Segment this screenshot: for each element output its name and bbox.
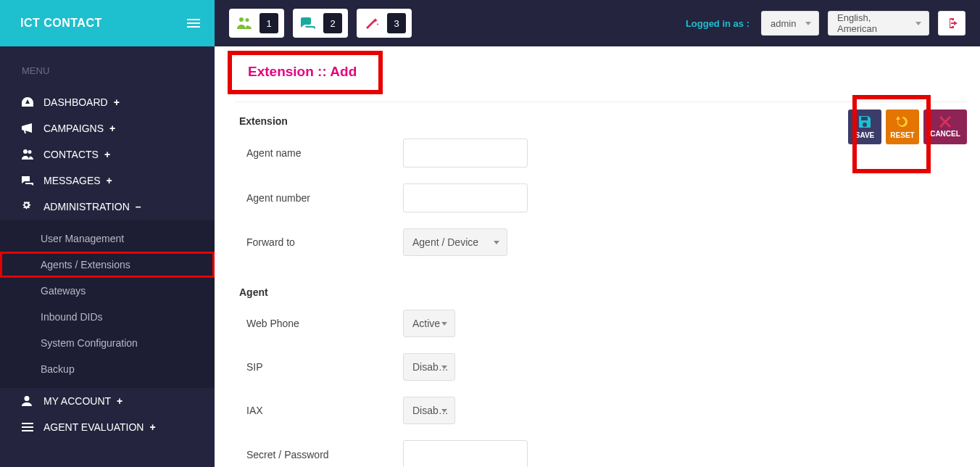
select-value: Agent / Device [412,236,478,248]
logo-bar: ICT CONTACT [0,0,215,46]
sidebar-item-label: CAMPAIGNS [43,123,104,134]
menu-heading: MENU [0,46,215,89]
submenu-gateways[interactable]: Gateways [0,278,215,304]
user-select[interactable]: admin [761,11,819,36]
expand-icon: + [149,421,155,433]
label-agent-number: Agent number [235,192,403,204]
close-icon [939,116,951,128]
expand-icon: + [107,175,112,186]
cancel-button[interactable]: CANCEL [923,109,967,144]
wand-icon [361,13,383,33]
sidebar-item-campaigns[interactable]: CAMPAIGNS + [0,115,215,141]
select-forward-to[interactable]: Agent / Device [403,228,507,256]
button-label: CANCEL [930,130,960,138]
submenu-backup[interactable]: Backup [0,356,215,382]
language-select-value: English, American [837,12,908,34]
sidebar-item-contacts[interactable]: CONTACTS + [0,141,215,168]
page-title-highlight: Extension :: Add [228,51,383,94]
expand-icon: + [104,149,110,160]
sidebar-item-label: CONTACTS [43,149,99,160]
sidebar-item-my-account[interactable]: MY ACCOUNT + [0,388,215,414]
collapse-icon: – [136,201,141,212]
gears-icon [22,202,36,212]
expand-icon: + [114,96,120,108]
label-sip: SIP [235,361,403,373]
stat-count: 1 [259,13,278,33]
button-label: SAVE [855,131,875,139]
label-iax: IAX [235,405,403,416]
user-icon [22,396,36,406]
sidebar-item-label: DASHBOARD [43,96,108,108]
label-web-phone: Web Phone [235,318,403,329]
stat-chats[interactable]: 2 [293,9,348,38]
sidebar-item-administration[interactable]: ADMINISTRATION – [0,194,215,220]
select-value: Disab… [412,405,449,416]
submenu-inbound-dids[interactable]: Inbound DIDs [0,304,215,330]
language-select[interactable]: English, American [828,11,929,36]
topbar: 1 2 3 Logged in as : admin English, Ame [215,0,980,46]
submenu-system-configuration[interactable]: System Configuration [0,330,215,356]
dashboard-icon [22,97,36,107]
brand-name: ICT CONTACT [20,17,102,30]
logout-button[interactable] [938,11,966,36]
label-forward-to: Forward to [235,236,403,248]
label-agent-name: Agent name [235,147,403,159]
sidebar-item-messages[interactable]: MESSAGES + [0,168,215,194]
input-agent-number[interactable] [403,183,528,212]
expand-icon: + [117,395,122,407]
save-icon [858,115,872,129]
logged-in-label: Logged in as : [686,18,749,29]
users-icon [233,13,255,33]
sidebar-item-agent-evaluation[interactable]: AGENT EVALUATION + [0,414,215,440]
user-select-value: admin [771,18,796,29]
input-agent-name[interactable] [403,139,528,168]
expand-icon: + [109,123,115,134]
stat-agents[interactable]: 1 [229,9,284,38]
chat-icon [297,13,319,33]
users-icon [22,149,36,160]
label-secret: Secret / Password [235,449,403,460]
messages-icon [22,175,36,186]
action-buttons: SAVE RESET CANCEL [848,109,967,144]
administration-submenu: User Management Agents / Extensions Gate… [0,220,215,388]
stat-magic[interactable]: 3 [357,9,412,38]
select-value: Active [412,318,440,329]
save-button[interactable]: SAVE [848,109,881,144]
content: Extension :: Add SAVE RESET CANCEL [215,46,980,467]
sidebar-item-label: AGENT EVALUATION [43,421,144,433]
page-title: Extension :: Add [248,64,357,80]
sidebar-item-dashboard[interactable]: DASHBOARD + [0,89,215,115]
input-secret[interactable] [403,440,528,467]
form-card: SAVE RESET CANCEL Extension Agent name [235,102,967,467]
stat-count: 3 [387,13,406,33]
reset-button[interactable]: RESET [886,109,919,144]
submenu-user-management[interactable]: User Management [0,226,215,252]
select-web-phone[interactable]: Active [403,310,455,337]
hamburger-icon[interactable] [187,19,200,28]
select-value: Disab… [412,361,449,373]
button-label: RESET [890,131,914,139]
section-agent: Agent [239,286,967,298]
select-sip[interactable]: Disab… [403,353,455,381]
submenu-agents-extensions[interactable]: Agents / Extensions [0,252,215,278]
list-icon [22,423,36,431]
reset-icon [895,115,910,129]
sidebar-item-label: MY ACCOUNT [43,395,111,407]
logout-icon [946,18,958,28]
select-iax[interactable]: Disab… [403,397,455,424]
stat-count: 2 [323,13,342,33]
sidebar-item-label: ADMINISTRATION [43,201,130,212]
sidebar: ICT CONTACT MENU DASHBOARD + CAMPAIGNS + [0,0,215,467]
sidebar-item-label: MESSAGES [43,175,101,186]
bullhorn-icon [22,123,36,133]
